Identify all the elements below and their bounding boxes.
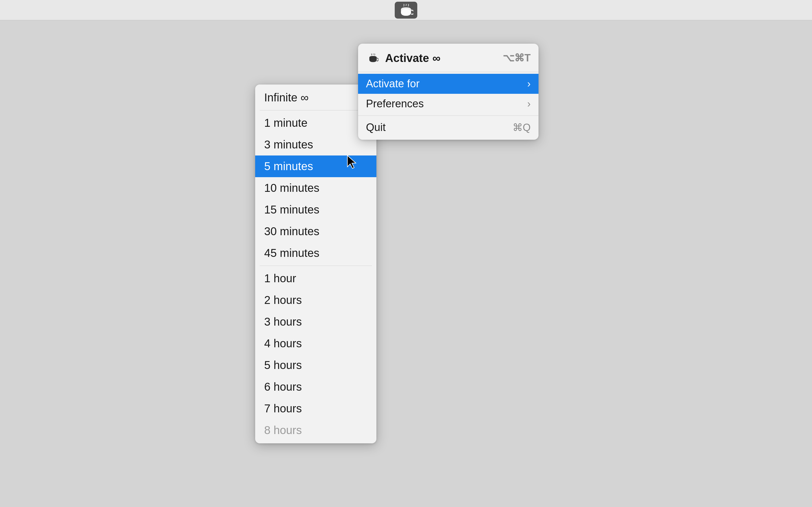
submenu-item-6hours[interactable]: 6 hours — [255, 376, 376, 398]
quit-menu-item[interactable]: Quit ⌘Q — [358, 117, 539, 137]
activate-for-submenu: Infinite ∞ 1 minute 3 minutes 5 minutes … — [255, 84, 376, 443]
activate-label: Activate — [385, 52, 429, 64]
submenu-item-4hours[interactable]: 4 hours — [255, 333, 376, 354]
coffee-icon — [366, 51, 380, 65]
3minutes-label: 3 minutes — [264, 138, 313, 151]
activate-for-chevron: › — [527, 78, 530, 90]
6hours-label: 6 hours — [264, 381, 302, 393]
divider-1 — [358, 72, 539, 72]
2hours-label: 2 hours — [264, 294, 302, 306]
preferences-menu-item[interactable]: Preferences › — [358, 94, 539, 114]
quit-shortcut: ⌘Q — [513, 122, 530, 133]
submenu-item-3hours[interactable]: 3 hours — [255, 311, 376, 333]
menubar — [0, 0, 812, 20]
divider-2 — [358, 115, 539, 116]
submenu-item-5minutes[interactable]: 5 minutes — [255, 156, 376, 177]
activate-menu-item[interactable]: Activate ∞ ⌥⌘T — [358, 46, 539, 70]
submenu-item-8hours[interactable]: 8 hours — [255, 419, 376, 441]
submenu-item-1hour[interactable]: 1 hour — [255, 268, 376, 289]
1minute-label: 1 minute — [264, 117, 307, 129]
10minutes-label: 10 minutes — [264, 182, 319, 194]
activate-for-label: Activate for — [366, 78, 419, 90]
7hours-label: 7 hours — [264, 402, 302, 415]
theine-menubar-icon[interactable] — [395, 2, 417, 18]
submenu-divider-1 — [260, 110, 372, 110]
submenu-item-7hours[interactable]: 7 hours — [255, 398, 376, 419]
1hour-label: 1 hour — [264, 272, 296, 285]
submenu-item-45minutes[interactable]: 45 minutes — [255, 242, 376, 264]
30minutes-label: 30 minutes — [264, 225, 319, 238]
submenu-divider-2 — [260, 266, 372, 266]
45minutes-label: 45 minutes — [264, 247, 319, 260]
infinite-label: Infinite ∞ — [264, 91, 308, 104]
submenu-item-30minutes[interactable]: 30 minutes — [255, 221, 376, 242]
15minutes-label: 15 minutes — [264, 203, 319, 216]
preferences-chevron: › — [527, 98, 530, 110]
main-context-menu: Activate ∞ ⌥⌘T Activate for › Preference… — [358, 44, 539, 140]
preferences-label: Preferences — [366, 98, 424, 110]
activate-for-menu-item[interactable]: Activate for › — [358, 74, 539, 94]
8hours-label: 8 hours — [264, 424, 302, 437]
quit-label: Quit — [366, 121, 386, 133]
5hours-label: 5 hours — [264, 359, 302, 372]
activate-shortcut: ⌥⌘T — [503, 52, 530, 64]
submenu-item-5hours[interactable]: 5 hours — [255, 354, 376, 376]
activate-symbol: ∞ — [433, 52, 441, 64]
4hours-label: 4 hours — [264, 337, 302, 350]
submenu-item-2hours[interactable]: 2 hours — [255, 289, 376, 311]
3hours-label: 3 hours — [264, 316, 302, 328]
submenu-item-15minutes[interactable]: 15 minutes — [255, 199, 376, 221]
5minutes-label: 5 minutes — [264, 160, 313, 173]
submenu-item-10minutes[interactable]: 10 minutes — [255, 177, 376, 199]
